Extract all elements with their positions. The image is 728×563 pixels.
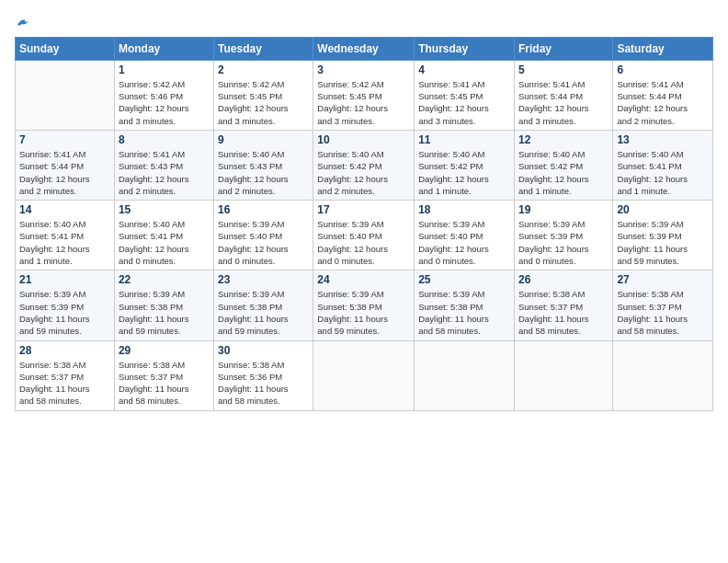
day-info: Sunrise: 5:39 AM Sunset: 5:39 PM Dayligh… xyxy=(617,218,709,267)
day-info: Sunrise: 5:39 AM Sunset: 5:38 PM Dayligh… xyxy=(317,288,410,337)
day-info: Sunrise: 5:41 AM Sunset: 5:44 PM Dayligh… xyxy=(19,148,110,197)
calendar-cell: 19Sunrise: 5:39 AM Sunset: 5:39 PM Dayli… xyxy=(514,201,612,270)
weekday-header-friday: Friday xyxy=(514,37,612,60)
day-number: 17 xyxy=(317,203,410,216)
day-number: 20 xyxy=(617,203,709,216)
calendar-cell: 14Sunrise: 5:40 AM Sunset: 5:41 PM Dayli… xyxy=(16,201,115,270)
day-number: 7 xyxy=(19,133,110,146)
calendar-cell xyxy=(613,340,713,410)
logo-bird-icon xyxy=(17,16,29,29)
day-number: 10 xyxy=(317,133,410,146)
calendar-cell: 9Sunrise: 5:40 AM Sunset: 5:43 PM Daylig… xyxy=(214,130,313,200)
day-number: 18 xyxy=(418,203,510,216)
day-info: Sunrise: 5:42 AM Sunset: 5:46 PM Dayligh… xyxy=(119,78,210,127)
day-number: 23 xyxy=(218,273,309,286)
calendar-week-2: 7Sunrise: 5:41 AM Sunset: 5:44 PM Daylig… xyxy=(16,130,713,200)
calendar-cell: 25Sunrise: 5:39 AM Sunset: 5:38 PM Dayli… xyxy=(415,270,515,340)
day-number: 28 xyxy=(19,344,110,357)
day-info: Sunrise: 5:41 AM Sunset: 5:44 PM Dayligh… xyxy=(617,78,709,127)
calendar-cell xyxy=(415,340,515,410)
calendar-cell: 28Sunrise: 5:38 AM Sunset: 5:37 PM Dayli… xyxy=(16,340,115,410)
day-info: Sunrise: 5:40 AM Sunset: 5:42 PM Dayligh… xyxy=(418,148,510,197)
day-number: 2 xyxy=(218,63,309,76)
calendar-cell: 10Sunrise: 5:40 AM Sunset: 5:42 PM Dayli… xyxy=(313,130,415,200)
calendar-cell: 23Sunrise: 5:39 AM Sunset: 5:38 PM Dayli… xyxy=(214,270,313,340)
calendar-cell: 21Sunrise: 5:39 AM Sunset: 5:39 PM Dayli… xyxy=(16,270,115,340)
day-info: Sunrise: 5:38 AM Sunset: 5:37 PM Dayligh… xyxy=(19,359,110,408)
day-number: 3 xyxy=(317,63,410,76)
calendar-cell: 7Sunrise: 5:41 AM Sunset: 5:44 PM Daylig… xyxy=(16,130,115,200)
day-number: 21 xyxy=(19,273,110,286)
weekday-header-wednesday: Wednesday xyxy=(313,37,415,60)
day-info: Sunrise: 5:39 AM Sunset: 5:38 PM Dayligh… xyxy=(119,288,210,337)
day-number: 6 xyxy=(617,63,709,76)
calendar-cell xyxy=(16,60,115,130)
calendar-cell: 17Sunrise: 5:39 AM Sunset: 5:40 PM Dayli… xyxy=(313,201,415,270)
weekday-header-saturday: Saturday xyxy=(613,37,713,60)
calendar-body: 1Sunrise: 5:42 AM Sunset: 5:46 PM Daylig… xyxy=(16,60,713,410)
day-info: Sunrise: 5:40 AM Sunset: 5:41 PM Dayligh… xyxy=(19,218,110,267)
calendar-cell: 11Sunrise: 5:40 AM Sunset: 5:42 PM Dayli… xyxy=(415,130,515,200)
calendar-cell: 8Sunrise: 5:41 AM Sunset: 5:43 PM Daylig… xyxy=(114,130,213,200)
calendar-cell xyxy=(514,340,612,410)
calendar-cell: 15Sunrise: 5:40 AM Sunset: 5:41 PM Dayli… xyxy=(114,201,213,270)
calendar-cell: 22Sunrise: 5:39 AM Sunset: 5:38 PM Dayli… xyxy=(114,270,213,340)
calendar-week-1: 1Sunrise: 5:42 AM Sunset: 5:46 PM Daylig… xyxy=(16,60,713,130)
calendar-cell: 4Sunrise: 5:41 AM Sunset: 5:45 PM Daylig… xyxy=(415,60,515,130)
day-number: 22 xyxy=(119,273,210,286)
day-info: Sunrise: 5:39 AM Sunset: 5:40 PM Dayligh… xyxy=(418,218,510,267)
calendar-week-5: 28Sunrise: 5:38 AM Sunset: 5:37 PM Dayli… xyxy=(16,340,713,410)
day-number: 26 xyxy=(518,273,609,286)
calendar-cell: 5Sunrise: 5:41 AM Sunset: 5:44 PM Daylig… xyxy=(514,60,612,130)
calendar-cell: 18Sunrise: 5:39 AM Sunset: 5:40 PM Dayli… xyxy=(415,201,515,270)
day-info: Sunrise: 5:41 AM Sunset: 5:44 PM Dayligh… xyxy=(518,78,609,127)
calendar-cell: 13Sunrise: 5:40 AM Sunset: 5:41 PM Dayli… xyxy=(613,130,713,200)
day-number: 13 xyxy=(617,133,709,146)
calendar-table: SundayMondayTuesdayWednesdayThursdayFrid… xyxy=(15,37,713,411)
calendar-cell: 29Sunrise: 5:38 AM Sunset: 5:37 PM Dayli… xyxy=(114,340,213,410)
calendar-cell xyxy=(313,340,415,410)
day-info: Sunrise: 5:42 AM Sunset: 5:45 PM Dayligh… xyxy=(218,78,309,127)
calendar-cell: 1Sunrise: 5:42 AM Sunset: 5:46 PM Daylig… xyxy=(114,60,213,130)
calendar-cell: 30Sunrise: 5:38 AM Sunset: 5:36 PM Dayli… xyxy=(214,340,313,410)
calendar-cell: 27Sunrise: 5:38 AM Sunset: 5:37 PM Dayli… xyxy=(613,270,713,340)
page-header xyxy=(15,15,713,29)
day-number: 5 xyxy=(518,63,609,76)
calendar-cell: 24Sunrise: 5:39 AM Sunset: 5:38 PM Dayli… xyxy=(313,270,415,340)
calendar-cell: 3Sunrise: 5:42 AM Sunset: 5:45 PM Daylig… xyxy=(313,60,415,130)
weekday-header-tuesday: Tuesday xyxy=(214,37,313,60)
day-number: 1 xyxy=(119,63,210,76)
day-number: 14 xyxy=(19,203,110,216)
day-info: Sunrise: 5:39 AM Sunset: 5:40 PM Dayligh… xyxy=(317,218,410,267)
day-info: Sunrise: 5:38 AM Sunset: 5:37 PM Dayligh… xyxy=(617,288,709,337)
calendar-cell: 6Sunrise: 5:41 AM Sunset: 5:44 PM Daylig… xyxy=(613,60,713,130)
day-info: Sunrise: 5:39 AM Sunset: 5:39 PM Dayligh… xyxy=(19,288,110,337)
day-info: Sunrise: 5:39 AM Sunset: 5:39 PM Dayligh… xyxy=(518,218,609,267)
day-info: Sunrise: 5:39 AM Sunset: 5:38 PM Dayligh… xyxy=(418,288,510,337)
day-number: 4 xyxy=(418,63,510,76)
weekday-header-monday: Monday xyxy=(114,37,213,60)
weekday-header-thursday: Thursday xyxy=(415,37,515,60)
day-info: Sunrise: 5:42 AM Sunset: 5:45 PM Dayligh… xyxy=(317,78,410,127)
day-info: Sunrise: 5:41 AM Sunset: 5:45 PM Dayligh… xyxy=(418,78,510,127)
weekday-header-sunday: Sunday xyxy=(16,37,115,60)
day-number: 30 xyxy=(218,344,309,357)
day-info: Sunrise: 5:41 AM Sunset: 5:43 PM Dayligh… xyxy=(119,148,210,197)
calendar-cell: 12Sunrise: 5:40 AM Sunset: 5:42 PM Dayli… xyxy=(514,130,612,200)
calendar-cell: 16Sunrise: 5:39 AM Sunset: 5:40 PM Dayli… xyxy=(214,201,313,270)
day-info: Sunrise: 5:38 AM Sunset: 5:37 PM Dayligh… xyxy=(518,288,609,337)
day-number: 9 xyxy=(218,133,309,146)
calendar-cell: 26Sunrise: 5:38 AM Sunset: 5:37 PM Dayli… xyxy=(514,270,612,340)
day-number: 29 xyxy=(119,344,210,357)
calendar-week-4: 21Sunrise: 5:39 AM Sunset: 5:39 PM Dayli… xyxy=(16,270,713,340)
day-info: Sunrise: 5:40 AM Sunset: 5:41 PM Dayligh… xyxy=(119,218,210,267)
calendar-week-3: 14Sunrise: 5:40 AM Sunset: 5:41 PM Dayli… xyxy=(16,201,713,270)
logo xyxy=(15,15,29,29)
calendar-cell: 2Sunrise: 5:42 AM Sunset: 5:45 PM Daylig… xyxy=(214,60,313,130)
day-number: 24 xyxy=(317,273,410,286)
day-info: Sunrise: 5:40 AM Sunset: 5:42 PM Dayligh… xyxy=(317,148,410,197)
day-info: Sunrise: 5:40 AM Sunset: 5:43 PM Dayligh… xyxy=(218,148,309,197)
day-info: Sunrise: 5:39 AM Sunset: 5:38 PM Dayligh… xyxy=(218,288,309,337)
logo-text xyxy=(15,15,29,33)
day-number: 27 xyxy=(617,273,709,286)
